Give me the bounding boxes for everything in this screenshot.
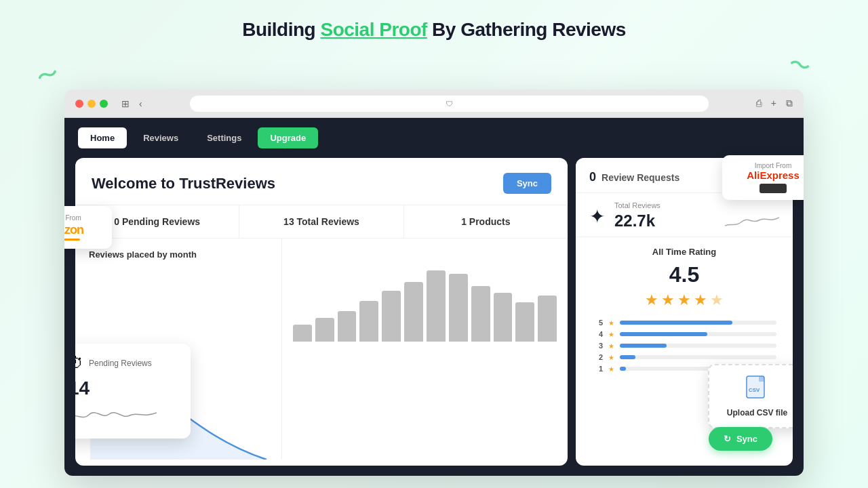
pending-card: ⏱ Pending Reviews 14 bbox=[75, 344, 191, 439]
pending-icon: ⏱ bbox=[75, 354, 83, 372]
aliexpress-logo: AliExpress bbox=[732, 169, 804, 181]
main-area: Welcome to TrustReviews Sync 0 Pending R… bbox=[64, 158, 804, 474]
title-suffix: By Gathering Reviews bbox=[427, 19, 626, 40]
star-5-half: ★ bbox=[710, 291, 724, 309]
star-icon-4: ★ bbox=[608, 331, 614, 338]
app-nav: Home Reviews Settings Upgrade bbox=[64, 118, 804, 158]
bar-12 bbox=[538, 296, 557, 342]
bar-10 bbox=[494, 293, 513, 342]
stars-row: ★ ★ ★ ★ ★ bbox=[589, 291, 779, 309]
star-2: ★ bbox=[661, 291, 675, 309]
star-icon-3: ★ bbox=[608, 342, 614, 350]
title-prefix: Building bbox=[242, 19, 320, 40]
csv-upload-label: Upload CSV file bbox=[722, 408, 793, 418]
back-icon[interactable]: ‹ bbox=[139, 98, 142, 109]
rating-value: 4.5 bbox=[589, 262, 779, 287]
total-reviews-number: 22.7k bbox=[614, 211, 655, 230]
tabs-icon[interactable]: ⧉ bbox=[786, 98, 793, 109]
rating-bar-3: 3 ★ bbox=[592, 342, 776, 350]
pending-label: Pending Reviews bbox=[89, 359, 152, 368]
address-bar[interactable]: 🛡 bbox=[190, 96, 709, 112]
import-aliexpress-card[interactable]: Import From AliExpress bbox=[722, 155, 804, 200]
welcome-header: Welcome to TrustReviews Sync bbox=[75, 158, 568, 205]
csv-upload-card[interactable]: CSV Upload CSV file bbox=[708, 364, 793, 428]
star-3: ★ bbox=[677, 291, 691, 309]
stats-row: 0 Pending Reviews 13 Total Reviews 1 Pro… bbox=[75, 205, 568, 239]
star-1: ★ bbox=[645, 291, 658, 309]
star-icon-5: ★ bbox=[608, 319, 614, 327]
import-amazon-from-label: Import From bbox=[64, 214, 101, 222]
amazon-logo: amazon bbox=[64, 223, 101, 237]
minimize-button-circle[interactable] bbox=[87, 100, 96, 108]
sync-bottom-label: Sync bbox=[736, 434, 757, 444]
import-aliexpress-from-label: Import From bbox=[732, 162, 804, 169]
total-reviews-chart bbox=[725, 211, 779, 231]
star-4: ★ bbox=[694, 291, 707, 309]
bar-5 bbox=[382, 291, 401, 342]
close-button-circle[interactable] bbox=[75, 100, 83, 108]
rating-bar-5: 5 ★ bbox=[592, 319, 776, 327]
bar-4 bbox=[359, 301, 378, 342]
bar-7 bbox=[427, 270, 446, 342]
maximize-button-circle[interactable] bbox=[100, 100, 108, 108]
sidebar-toggle-icon[interactable]: ⊞ bbox=[121, 98, 130, 109]
browser-window: ⊞ ‹ 🛡 ⎙ + ⧉ Home Reviews Settings Upgrad… bbox=[64, 89, 804, 476]
title-highlight: Social Proof bbox=[320, 19, 427, 40]
nav-upgrade[interactable]: Upgrade bbox=[258, 127, 318, 148]
svg-text:CSV: CSV bbox=[749, 387, 760, 393]
import-amazon-card[interactable]: Import From amazon bbox=[64, 206, 112, 249]
star-icon-1: ★ bbox=[608, 365, 614, 373]
bar-chart bbox=[293, 253, 557, 342]
sync-button[interactable]: Sync bbox=[503, 173, 551, 194]
products-stat: 1 Products bbox=[404, 205, 568, 238]
shield-icon: 🛡 bbox=[446, 100, 453, 108]
total-reviews-stat: 13 Total Reviews bbox=[239, 205, 403, 238]
sync-bottom-button[interactable]: ↻ Sync bbox=[709, 427, 772, 451]
rating-bar-2: 2 ★ bbox=[592, 353, 776, 361]
nav-home[interactable]: Home bbox=[78, 127, 127, 148]
review-requests-count: 0 bbox=[589, 170, 596, 184]
welcome-title: Welcome to TrustReviews bbox=[92, 175, 275, 192]
rating-bar-4: 4 ★ bbox=[592, 330, 776, 338]
new-tab-icon[interactable]: + bbox=[771, 98, 776, 109]
swirl-left: 〜 bbox=[33, 58, 63, 94]
browser-actions: ⎙ + ⧉ bbox=[756, 98, 793, 109]
nav-reviews[interactable]: Reviews bbox=[131, 127, 191, 148]
review-requests-label: Review Requests bbox=[601, 172, 679, 183]
bar-chart-area bbox=[282, 239, 568, 460]
swirl-right: 〜 bbox=[785, 49, 814, 83]
csv-file-icon: CSV bbox=[744, 375, 771, 399]
bar-8 bbox=[449, 274, 468, 342]
sync-icon: ↻ bbox=[724, 434, 731, 444]
bar-9 bbox=[471, 286, 490, 342]
star-icon-2: ★ bbox=[608, 354, 614, 361]
total-reviews-label: Total Reviews bbox=[614, 201, 779, 209]
all-time-label: All Time Rating bbox=[589, 247, 779, 257]
nav-settings[interactable]: Settings bbox=[195, 127, 254, 148]
browser-chrome: ⊞ ‹ 🛡 ⎙ + ⧉ bbox=[64, 89, 804, 118]
page-title: Building Social Proof By Gathering Revie… bbox=[0, 0, 868, 41]
svg-rect-1 bbox=[759, 376, 764, 382]
welcome-card: Welcome to TrustReviews Sync 0 Pending R… bbox=[75, 158, 568, 466]
amazon-underline bbox=[64, 239, 80, 241]
star-burst-icon: ✦ bbox=[589, 205, 605, 228]
bar-1 bbox=[293, 325, 312, 342]
chart-title: Reviews placed by month bbox=[89, 249, 268, 260]
app-content: Home Reviews Settings Upgrade Welcome to… bbox=[64, 118, 804, 476]
csv-icon: CSV bbox=[722, 375, 793, 404]
bar-11 bbox=[515, 302, 534, 342]
bar-2 bbox=[315, 318, 334, 342]
right-panel: 0 Review Requests ✦ Total Reviews 22.7k bbox=[576, 158, 793, 466]
bar-3 bbox=[338, 311, 357, 342]
aliexpress-bar bbox=[760, 184, 787, 193]
share-icon[interactable]: ⎙ bbox=[756, 98, 762, 109]
bar-6 bbox=[404, 282, 423, 342]
pending-number: 14 bbox=[75, 378, 177, 399]
wavy-line bbox=[75, 405, 157, 425]
traffic-lights bbox=[75, 100, 108, 108]
